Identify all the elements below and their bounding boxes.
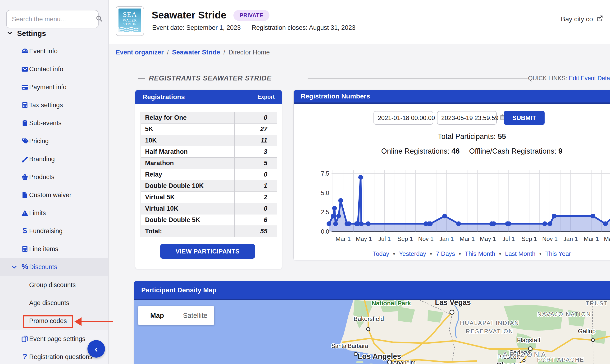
sidebar-item-label: Event page settings [29,335,85,343]
row-value: 2 [235,192,277,203]
chart-range-links: Today•Yesterday•7 Days•This Month•Last M… [332,250,610,258]
section-header-row: REGISTRANTS SEAWATER STRIDE QUICK LINKS:… [109,74,610,83]
sidebar-item-contact-info[interactable]: Contact info [0,60,108,78]
svg-text:7.5: 7.5 [321,170,329,177]
sidebar-item-event-info[interactable]: Event info [0,42,108,60]
dollar-icon: $ [21,227,29,235]
range-link-7-days[interactable]: 7 Days [436,250,455,257]
row-label: Marathon [141,158,235,169]
map-viewport[interactable]: National ParkLas VegasTRUST LANAVAJO NAT… [134,300,610,364]
view-participants-button[interactable]: VIEW PARTICIPANTS [160,244,255,259]
submit-button[interactable]: SUBMIT [504,111,545,125]
range-link-this-month[interactable]: This Month [465,250,495,257]
svg-text:Mar 1: Mar 1 [335,235,351,242]
export-button[interactable]: Export [257,94,275,100]
sidebar-item-fundraising[interactable]: $Fundraising [0,222,108,240]
registrations-card: Registrations Export Relay for One 05K 2… [135,90,282,269]
map-type-control: Map Satellite [138,306,214,325]
sidebar-item-discounts[interactable]: %Discounts [0,258,108,276]
promo-codes-annotation-arrow [81,321,113,322]
registration-numbers-title: Registration Numbers [301,92,370,100]
registrations-table: Relay for One 05K 2710K 11Half Marathon … [140,112,277,237]
svg-text:Santa Barbara: Santa Barbara [332,343,368,349]
table-row: Double Double 5K 6 [141,214,277,226]
sidebar: Settings Event infoContact infoPayment i… [0,0,109,364]
table-row: 10K 11 [141,135,277,146]
quick-link-0[interactable]: Edit Event Details [569,75,610,81]
row-value: 3 [235,146,277,158]
search-icon[interactable] [96,15,103,23]
svg-text:Flagstaff: Flagstaff [517,337,541,344]
sidebar-item-group-discounts[interactable]: Group discounts [0,276,108,294]
range-link-this-year[interactable]: This Year [545,250,571,257]
basket-icon [21,173,29,181]
section-title: REGISTRANTS SEAWATER STRIDE [149,74,272,82]
table-row: 5K 27 [141,124,277,135]
map-button[interactable]: Map [138,306,176,325]
svg-text:?: ? [23,353,27,361]
gauge-icon [21,47,29,55]
svg-text:Sep 1: Sep 1 [522,235,537,242]
row-label: Total: [141,226,235,237]
private-badge: PRIVATE [234,10,269,21]
sidebar-item-line-items[interactable]: Line items [0,240,108,258]
section-dash [138,78,145,79]
sidebar-item-custom-waiver[interactable]: Custom waiver [0,186,108,204]
svg-text:Mar 1: Mar 1 [584,235,599,242]
search-input[interactable] [12,16,96,23]
online-offline-registrations: Online Registrations: 46Offline/Cash Reg… [332,147,610,156]
logo-waves [119,26,141,32]
satellite-button[interactable]: Satellite [176,306,214,325]
date-from-input[interactable]: 2021-01-18 00:00:00 [374,111,433,125]
range-link-last-month[interactable]: Last Month [505,250,536,257]
organization-link[interactable]: Bay city co [561,15,603,24]
registration-closes: Registration closes: August 31, 2023 [252,24,356,31]
sidebar-item-branding[interactable]: Branding [0,150,108,168]
svg-text:May 1: May 1 [356,235,372,242]
row-value: 55 [235,226,277,237]
range-link-yesterday[interactable]: Yesterday [399,250,426,257]
brush-icon [21,155,29,163]
svg-text:Mar 1: Mar 1 [460,235,475,242]
svg-text:Las Vegas: Las Vegas [435,300,471,307]
sidebar-item-age-discounts[interactable]: Age discounts [0,294,108,312]
pages-icon [21,335,29,343]
svg-text:NAVAJO NATION: NAVAJO NATION [537,311,591,317]
sidebar-item-sub-events[interactable]: Sub-events [0,114,108,132]
event-date: Event date: September 1, 2023 [152,24,241,31]
breadcrumb-link-0[interactable]: Event organizer [116,49,164,56]
row-label: 10K [141,135,235,146]
sidebar-item-payment-info[interactable]: Payment info [0,78,108,96]
settings-label: Settings [17,29,46,38]
date-to-input[interactable]: 2023-05-19 23:59:59 [437,111,497,125]
sidebar-item-label: Discounts [29,263,57,271]
sidebar-collapse-button[interactable]: ‹ [87,340,105,358]
sidebar-search[interactable] [6,10,98,28]
sidebar-item-label: Payment info [29,84,67,91]
sidebar-item-limits[interactable]: Limits [0,204,108,222]
registration-numbers-card: Registration Numbers 2021-01-18 00:00:00… [293,90,610,260]
svg-text:Bakersfield: Bakersfield [354,315,384,322]
sidebar-item-label: Line items [29,246,58,253]
sidebar-item-products[interactable]: Products [0,168,108,186]
range-link-today[interactable]: Today [373,250,389,257]
svg-text:Jul 1: Jul 1 [502,235,515,242]
table-row: Marathon 5 [141,158,277,169]
table-row: Virtual 10K 0 [141,203,277,214]
svg-text:5.0: 5.0 [321,190,329,196]
chevron-down-icon [7,29,13,38]
card-icon [21,83,29,91]
percent-icon: % [21,263,29,271]
svg-text:TRUST LA: TRUST LA [586,300,610,307]
tags-icon [21,137,29,145]
page-header [109,0,610,44]
sidebar-item-label: Promo codes [29,317,67,325]
row-label: Half Marathon [141,146,235,158]
breadcrumb-link-1[interactable]: Seawater Stride [172,49,220,56]
sidebar-item-pricing[interactable]: Pricing [0,132,108,150]
sidebar-settings-header[interactable]: Settings [7,28,46,39]
chevron-down-icon [11,264,17,270]
table-row: Relay for One 0 [141,112,277,124]
breadcrumb: Event organizer/Seawater Stride/Director… [116,49,270,56]
sidebar-item-tax-settings[interactable]: Tax settings [0,96,108,114]
